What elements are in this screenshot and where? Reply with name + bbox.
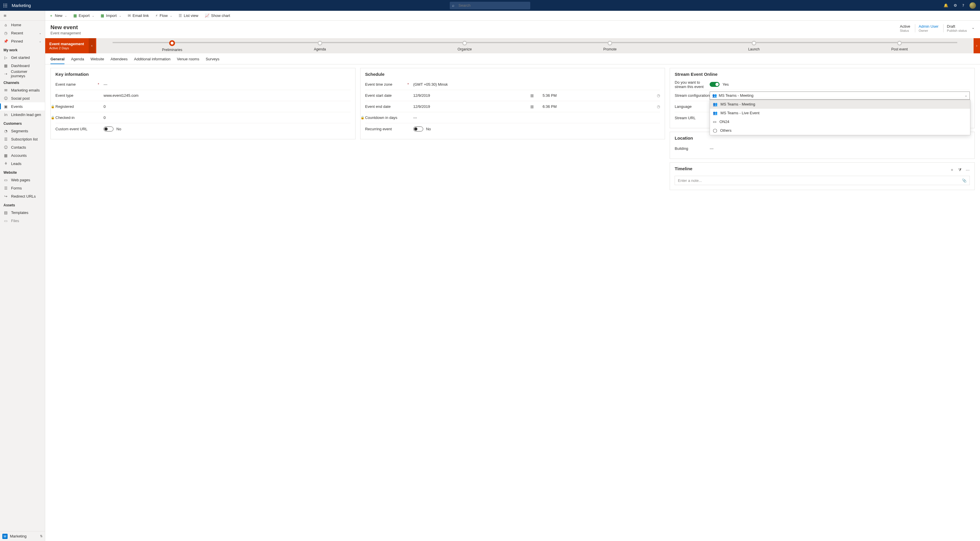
cmd-export[interactable]: ▦Export⌄ [73,13,94,18]
page-title: New event [51,24,81,31]
cmd-email-link[interactable]: ✉Email link [128,13,149,18]
field-event-type[interactable]: Event type www.event1245.com [56,90,351,101]
field-event-name[interactable]: Event name* --- [56,79,351,90]
sidebar-area-switcher[interactable]: M Marketing ⇅ [0,531,45,541]
clock-icon[interactable]: ◷ [657,93,660,98]
calendar-icon[interactable]: ▦ [530,93,534,98]
cmd-show-chart[interactable]: 📈Show chart [205,13,230,18]
card-timeline: Timeline ＋ ⧩ ⋯ Enter a note... 📎 [670,162,975,190]
cmd-import[interactable]: ▦Import⌄ [100,13,121,18]
field-custom-event-url[interactable]: Custom event URL No [56,123,351,134]
stage-label: Post event [891,47,908,51]
redirect-icon: ↪ [3,194,8,198]
card-title: Stream Event Online [675,72,970,77]
sidebar-item-subscription-list[interactable]: ☰Subscription list [0,135,45,143]
toggle-off[interactable] [103,127,113,132]
sidebar-item-redirect-urls[interactable]: ↪Redirect URLs [0,192,45,200]
sidebar-item-linkedin[interactable]: inLinkedIn lead gen [0,111,45,119]
cmd-flow[interactable]: ⚡Flow⌄ [155,13,172,18]
field-recurring-event[interactable]: Recurring event No [365,123,660,134]
sidebar-item-files[interactable]: ▭Files [0,217,45,225]
settings-gear-icon[interactable]: ⚙ [953,3,957,8]
field-stream-toggle[interactable]: Do you want to stream this event Yes [675,79,970,90]
sidebar-item-pinned[interactable]: 📌Pinned⌄ [0,37,45,45]
sidebar-item-recent[interactable]: ◷Recent⌄ [0,29,45,37]
sidebar-item-web-pages[interactable]: ▭Web pages [0,176,45,184]
field-event-time-zone[interactable]: Event time zone* (GMT +05:30) Minsk [365,79,660,90]
field-stream-configuration[interactable]: Stream configuration 👥 MS Teams - Meetin… [675,90,970,101]
toggle-off[interactable] [413,127,423,132]
stage-promote[interactable]: Promote [603,41,617,52]
header-status[interactable]: Active Status [900,24,910,32]
sidebar-item-forms[interactable]: ☰Forms [0,184,45,192]
option-others[interactable]: ◯Others [710,126,970,135]
add-icon[interactable]: ＋ [950,167,954,173]
chevron-down-icon: ⌄ [65,14,67,17]
stage-current[interactable]: Event management Active 2 Days ‹ [45,38,96,53]
dropdown-selected: MS Teams - Meeting [719,93,753,98]
stage-agenda[interactable]: Agenda [314,41,326,52]
sidebar-item-home[interactable]: ⌂Home [0,21,45,29]
cmd-label: Show chart [211,13,230,18]
help-icon[interactable]: ? [962,3,964,8]
global-search-input[interactable] [450,2,530,10]
field-event-start-date[interactable]: Event start date 12/9/2019▦5:36 PM◷ [365,90,660,101]
sidebar-item-accounts[interactable]: ▦Accounts [0,151,45,159]
field-value: --- [710,146,970,151]
svg-point-7 [5,6,6,7]
stream-config-options: 👥MS Teams - Meeting 👥MS Teams - Live Eve… [710,100,970,135]
calendar-icon[interactable]: ▦ [530,104,534,109]
option-teams-live-event[interactable]: 👥MS Teams - Live Event [710,109,970,117]
hamburger-icon[interactable]: ≡ [3,13,7,18]
sidebar-item-social-post[interactable]: ☺Social post [0,94,45,102]
date-value: 12/9/2019 [413,104,430,109]
tab-website[interactable]: Website [91,56,104,64]
option-teams-meeting[interactable]: 👥MS Teams - Meeting [710,100,970,109]
stream-config-dropdown[interactable]: 👥 MS Teams - Meeting ⌄ [710,92,970,100]
user-avatar[interactable] [969,2,976,9]
expand-header-icon[interactable]: ⌄ [972,24,975,30]
stage-organize[interactable]: Organize [458,41,472,52]
stage-preliminaries[interactable]: Preliminaries [162,41,182,52]
sidebar-item-contacts[interactable]: ☺Contacts [0,143,45,151]
sidebar-item-segments[interactable]: ◔Segments [0,127,45,135]
filter-icon[interactable]: ⧩ [958,167,962,172]
tab-venue-rooms[interactable]: Venue rooms [177,56,199,64]
sidebar-item-customer-journeys[interactable]: ⇢Customer journeys [0,70,45,78]
clock-icon[interactable]: ◷ [657,104,660,109]
field-building[interactable]: Building --- [675,143,970,154]
sidebar-item-events[interactable]: ▣Events [0,102,45,111]
toggle-on[interactable] [710,82,719,87]
sidebar-section-website: Website [0,168,45,176]
attachment-icon[interactable]: 📎 [962,178,967,183]
tab-general[interactable]: General [51,56,64,64]
sidebar-item-get-started[interactable]: ▷Get started [0,53,45,62]
card-schedule: Schedule Event time zone* (GMT +05:30) M… [360,68,665,139]
pin-icon: 📌 [3,39,8,43]
stage-post-event[interactable]: Post event [891,41,908,52]
tab-attendees[interactable]: Attendees [111,56,128,64]
cmd-new[interactable]: ＋New⌄ [49,13,67,18]
notification-icon[interactable]: 🔔 [943,3,948,8]
stage-prev-button[interactable]: ‹ [89,38,95,53]
sidebar-item-leads[interactable]: ⚘Leads [0,159,45,168]
header-owner[interactable]: Admin User Owner [915,24,939,32]
sidebar-item-templates[interactable]: ▤Templates [0,208,45,217]
tab-additional-info[interactable]: Additional information [134,56,171,64]
lock-icon: 🔒 [51,105,54,108]
stage-launch[interactable]: Launch [748,41,759,52]
sidebar-item-marketing-emails[interactable]: ✉Marketing emails [0,86,45,94]
tab-agenda[interactable]: Agenda [71,56,84,64]
cmd-list-view[interactable]: ☰List view [178,13,198,18]
sidebar-item-dashboard[interactable]: ▦Dashboard [0,62,45,70]
field-value: Yes [722,82,729,87]
more-icon[interactable]: ⋯ [966,168,970,172]
app-launcher-icon[interactable] [0,3,11,8]
stage-next-button[interactable]: › [974,38,980,53]
tab-surveys[interactable]: Surveys [205,56,220,64]
field-event-end-date[interactable]: Event end date 12/9/2019▦6:36 PM◷ [365,101,660,112]
header-publish-status[interactable]: Draft Publish status [943,24,967,32]
option-on24[interactable]: ▭ON24 [710,117,970,126]
timeline-note-input[interactable]: Enter a note... 📎 [675,176,970,185]
chevron-down-icon: ⌄ [92,14,94,17]
